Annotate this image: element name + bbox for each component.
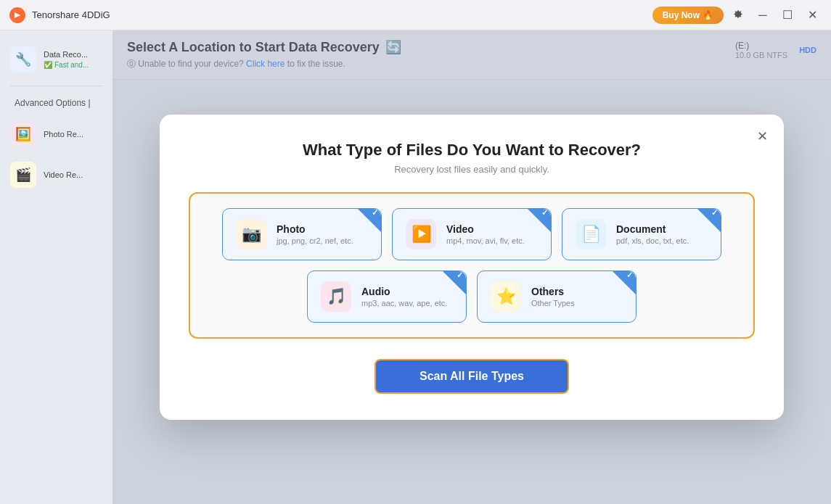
buy-now-button[interactable]: Buy Now 🔥 bbox=[652, 7, 724, 24]
others-card-icon: ⭐ bbox=[491, 281, 521, 312]
video-card-name: Video bbox=[446, 223, 525, 235]
sidebar-item-video-repair[interactable]: 🎬 Video Re... bbox=[0, 154, 112, 195]
file-types-container: 📷 Photo jpg, png, cr2, nef, etc. ▶️ bbox=[189, 192, 755, 339]
check-badge-document bbox=[697, 209, 721, 232]
file-type-modal: ✕ What Type of Files Do You Want to Reco… bbox=[160, 115, 784, 420]
check-badge-others bbox=[613, 271, 636, 294]
app-logo-icon bbox=[9, 7, 26, 24]
file-type-card-others[interactable]: ⭐ Others Other Types bbox=[477, 270, 636, 323]
scan-button-wrap: Scan All File Types bbox=[189, 359, 755, 394]
sidebar-item-badge: ✅ Fast and... bbox=[44, 60, 89, 70]
close-button[interactable]: ✕ bbox=[802, 5, 822, 25]
check-badge-audio bbox=[443, 271, 466, 294]
file-type-card-video[interactable]: ▶️ Video mp4, mov, avi, flv, etc. bbox=[392, 208, 552, 260]
file-types-row-1: 📷 Photo jpg, png, cr2, nef, etc. ▶️ bbox=[205, 208, 739, 260]
file-type-card-photo[interactable]: 📷 Photo jpg, png, cr2, nef, etc. bbox=[222, 208, 382, 260]
advanced-options-label: Advanced Options | bbox=[0, 92, 112, 114]
video-repair-icon: 🎬 bbox=[10, 162, 36, 188]
sidebar-divider bbox=[10, 86, 102, 86]
photo-card-desc: jpg, png, cr2, nef, etc. bbox=[277, 236, 353, 245]
titlebar-left: Tenorshare 4DDiG bbox=[9, 7, 110, 24]
check-badge-photo bbox=[358, 209, 381, 232]
audio-card-desc: mp3, aac, wav, ape, etc. bbox=[361, 299, 447, 307]
sidebar-item-photo-repair[interactable]: 🖼️ Photo Re... bbox=[0, 114, 112, 154]
scan-all-button[interactable]: Scan All File Types bbox=[374, 359, 569, 394]
modal-subtitle: Recovery lost files easily and quickly. bbox=[189, 164, 755, 175]
modal-title: What Type of Files Do You Want to Recove… bbox=[189, 141, 755, 160]
audio-card-icon: 🎵 bbox=[321, 281, 351, 312]
maximize-button[interactable]: ☐ bbox=[777, 5, 798, 25]
app-body: 🔧 Data Reco... ✅ Fast and... Advanced Op… bbox=[0, 30, 831, 504]
sidebar-photo-label: Photo Re... bbox=[44, 129, 83, 139]
photo-card-icon: 📷 bbox=[236, 219, 266, 249]
minimize-button[interactable]: ─ bbox=[753, 5, 773, 25]
photo-card-name: Photo bbox=[277, 223, 353, 235]
app-title: Tenorshare 4DDiG bbox=[32, 9, 110, 20]
settings-icon[interactable] bbox=[728, 5, 748, 25]
sidebar: 🔧 Data Reco... ✅ Fast and... Advanced Op… bbox=[0, 30, 112, 504]
file-types-grid: 📷 Photo jpg, png, cr2, nef, etc. ▶️ bbox=[205, 208, 739, 323]
content-area: Select A Location to Start Data Recovery… bbox=[112, 30, 831, 504]
document-card-icon: 📄 bbox=[576, 219, 606, 249]
sidebar-item-label: Data Reco... bbox=[44, 49, 89, 59]
modal-close-button[interactable]: ✕ bbox=[752, 126, 772, 146]
check-badge-video bbox=[528, 209, 551, 232]
sidebar-video-label: Video Re... bbox=[44, 170, 83, 180]
others-card-name: Others bbox=[531, 286, 575, 297]
others-card-desc: Other Types bbox=[531, 299, 575, 307]
fire-icon: 🔥 bbox=[703, 10, 713, 20]
video-card-desc: mp4, mov, avi, flv, etc. bbox=[446, 236, 525, 245]
audio-card-name: Audio bbox=[361, 286, 447, 297]
titlebar-right: Buy Now 🔥 ─ ☐ ✕ bbox=[652, 5, 822, 25]
file-type-card-audio[interactable]: 🎵 Audio mp3, aac, wav, ape, etc. bbox=[307, 270, 467, 323]
photo-repair-icon: 🖼️ bbox=[10, 121, 36, 147]
titlebar: Tenorshare 4DDiG Buy Now 🔥 ─ ☐ ✕ bbox=[0, 0, 831, 30]
file-type-card-document[interactable]: 📄 Document pdf, xls, doc, txt, etc. bbox=[562, 208, 721, 260]
document-card-desc: pdf, xls, doc, txt, etc. bbox=[616, 236, 689, 245]
document-card-name: Document bbox=[616, 223, 689, 235]
file-types-row-2: 🎵 Audio mp3, aac, wav, ape, etc. ⭐ bbox=[205, 270, 739, 323]
video-card-icon: ▶️ bbox=[406, 219, 436, 249]
data-recovery-icon: 🔧 bbox=[10, 46, 36, 73]
modal-overlay: ✕ What Type of Files Do You Want to Reco… bbox=[112, 30, 831, 504]
sidebar-item-data-recovery[interactable]: 🔧 Data Reco... ✅ Fast and... bbox=[0, 39, 112, 80]
